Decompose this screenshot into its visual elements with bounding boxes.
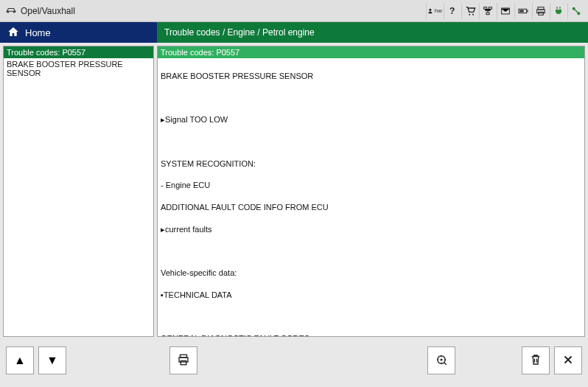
codes-list-pane: Trouble codes: P0557 BRAKE BOOSTER PRESS… (3, 46, 154, 337)
svg-rect-19 (181, 360, 186, 364)
delete-button[interactable] (522, 346, 550, 374)
cart-icon[interactable] (461, 3, 477, 19)
svg-point-0 (7, 11, 9, 13)
print-icon (177, 353, 190, 369)
list-item-title: Trouble codes: P0557 (4, 46, 153, 58)
close-button[interactable] (554, 346, 582, 374)
list-item-subtitle: BRAKE BOOSTER PRESSURE SENSOR (4, 58, 153, 79)
list-item[interactable]: Trouble codes: P0557 BRAKE BOOSTER PRESS… (4, 46, 153, 79)
plug-icon[interactable] (550, 3, 566, 19)
down-arrow-icon: ▼ (46, 354, 58, 367)
veh-data-label: Vehicle-specific data: (161, 268, 581, 279)
car-icon (4, 4, 18, 17)
vehicle-brand-label: Opel/Vauxhall (21, 6, 75, 16)
diagnose-button[interactable] (427, 346, 455, 374)
nav-bar: Home Trouble codes / Engine / Petrol eng… (0, 22, 588, 43)
svg-point-4 (472, 13, 474, 15)
diagnose-icon (435, 353, 448, 369)
svg-point-3 (469, 13, 470, 15)
add-info-item: ▸current faults (161, 224, 581, 235)
detail-heading: BRAKE BOOSTER PRESSURE SENSOR (161, 71, 581, 82)
top-bar: Opel/Vauxhall hw ? (0, 0, 588, 22)
print-button[interactable] (169, 346, 197, 374)
gen-codes: GENERAL DIAGNOSTIC FAULT CODES (161, 333, 581, 337)
trash-icon (529, 353, 542, 369)
footer-toolbar: ▲ ▼ (0, 340, 588, 381)
home-icon (7, 26, 19, 40)
content-area: Trouble codes: P0557 BRAKE BOOSTER PRESS… (0, 43, 588, 340)
detail-title: Trouble codes: P0557 (158, 46, 584, 58)
svg-rect-7 (486, 13, 489, 15)
svg-rect-10 (527, 10, 528, 12)
up-button[interactable]: ▲ (6, 346, 34, 374)
mail-icon[interactable] (497, 3, 513, 19)
breadcrumb-text: Trouble codes / Engine / Petrol engine (164, 27, 315, 38)
detail-pane: Trouble codes: P0557 BRAKE BOOSTER PRESS… (157, 46, 585, 337)
print-top-icon[interactable] (532, 3, 548, 19)
down-button[interactable]: ▼ (38, 346, 66, 374)
veh-data-item: ▪TECHNICAL DATA (161, 290, 581, 301)
home-label: Home (25, 27, 51, 38)
breadcrumb: Trouble codes / Engine / Petrol engine (157, 22, 588, 43)
hw-label: hw (435, 7, 442, 14)
add-info-label: ADDITIONAL FAULT CODE INFO FROM ECU (161, 202, 581, 213)
person-icon[interactable]: hw (426, 3, 442, 19)
sys-rec-item: - Engine ECU (161, 180, 581, 191)
home-button[interactable]: Home (0, 22, 157, 43)
close-icon (561, 353, 575, 369)
svg-text:?: ? (449, 6, 455, 16)
up-arrow-icon: ▲ (14, 354, 26, 367)
svg-rect-6 (489, 7, 491, 9)
network-icon[interactable] (479, 3, 495, 19)
svg-rect-11 (519, 10, 523, 12)
svg-rect-5 (483, 7, 486, 9)
signal-line: ▸Signal TOO LOW (161, 114, 581, 125)
topbar-right: hw ? (426, 3, 584, 19)
battery-icon[interactable] (514, 3, 531, 19)
topbar-left: Opel/Vauxhall (4, 4, 426, 17)
connection-icon[interactable] (567, 3, 584, 19)
detail-body: BRAKE BOOSTER PRESSURE SENSOR ▸Signal TO… (158, 58, 584, 337)
help-icon[interactable]: ? (444, 3, 460, 19)
sys-rec-label: SYSTEM RECOGNITION: (161, 158, 581, 170)
svg-point-1 (13, 11, 15, 13)
svg-rect-14 (538, 12, 543, 15)
svg-point-21 (441, 358, 443, 360)
